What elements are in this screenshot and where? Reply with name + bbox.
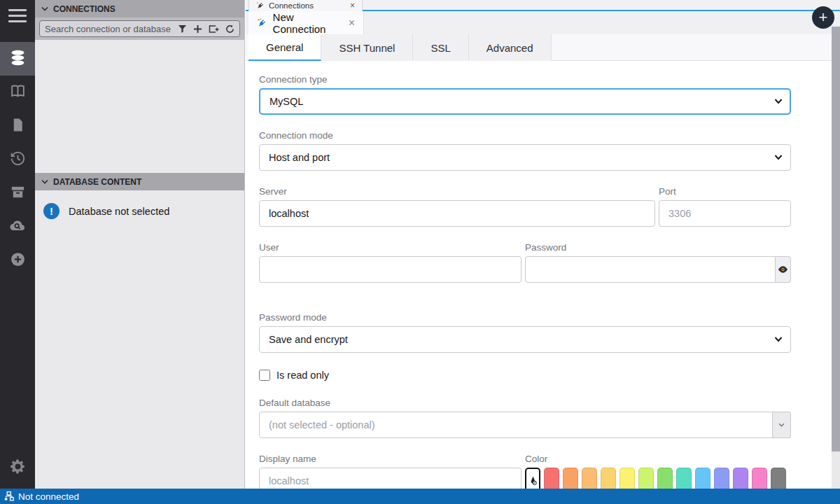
disconnected-icon [4, 491, 14, 501]
tab-ssh-tunnel-label: SSH Tunnel [339, 42, 395, 54]
gear-icon [9, 458, 27, 478]
status-bar: Not connected [0, 489, 840, 504]
editor-tab-bar: New Connection × [246, 11, 840, 34]
color-label: Color [525, 454, 791, 464]
connections-panel-header[interactable]: CONNECTIONS [35, 0, 244, 18]
default-database-label: Default database [259, 398, 791, 408]
file-icon [10, 117, 26, 136]
activity-bar [0, 0, 35, 489]
connections-search-row: Search connection or database [35, 18, 244, 40]
history-icon [9, 150, 27, 170]
status-text: Not connected [18, 491, 79, 502]
user-password-row: User Password [259, 242, 791, 283]
user-input[interactable] [259, 256, 522, 283]
password-input[interactable] [525, 256, 776, 283]
hamburger-menu-button[interactable] [0, 0, 35, 31]
tab-connections-label: Connections [269, 1, 314, 10]
sidebar-item-add[interactable] [0, 244, 35, 277]
refresh-icon[interactable] [225, 24, 234, 34]
search-placeholder: Search connection or database [45, 24, 172, 34]
database-content-panel-header[interactable]: DATABASE CONTENT [35, 173, 244, 190]
info-icon: ! [43, 203, 59, 219]
no-color-icon [528, 475, 538, 486]
tab-ssh-tunnel[interactable]: SSH Tunnel [321, 34, 413, 61]
default-database-input[interactable] [259, 412, 773, 438]
tab-new-connection-label: New Connection [273, 11, 343, 35]
server-label: Server [259, 186, 655, 197]
password-mode-select[interactable]: Save and encrypt [259, 326, 791, 353]
tab-advanced-label: Advanced [486, 42, 533, 54]
connection-mode-select[interactable]: Host and port [259, 144, 791, 171]
sidebar-item-history[interactable] [0, 143, 35, 176]
sidebar-item-catalog[interactable] [0, 76, 35, 109]
plug-icon [257, 18, 267, 29]
port-label: Port [659, 186, 791, 197]
tab-advanced[interactable]: Advanced [469, 34, 552, 61]
sidebar-item-cloud-search[interactable] [0, 210, 35, 244]
connections-panel-title: CONNECTIONS [53, 4, 115, 14]
close-icon[interactable]: × [349, 17, 355, 29]
main-area: Connections × New Connection × General S… [246, 0, 840, 489]
left-panel: CONNECTIONS Search connection or databas… [35, 0, 245, 489]
user-label: User [259, 242, 522, 253]
connection-form: Connection type MySQL Connection mode Ho… [259, 74, 791, 494]
open-book-icon [9, 83, 27, 103]
tab-general[interactable]: General [248, 34, 321, 61]
tab-ssl[interactable]: SSL [413, 34, 468, 61]
password-mode-field: Password mode Save and encrypt [259, 312, 791, 353]
connection-mode-label: Connection mode [259, 130, 791, 141]
plug-icon [256, 1, 265, 10]
password-mode-label: Password mode [259, 312, 791, 323]
sidebar-item-archive[interactable] [0, 176, 35, 210]
vertical-scrollbar[interactable] [832, 27, 840, 489]
password-label: Password [525, 242, 791, 253]
connection-search-input[interactable]: Search connection or database [39, 20, 240, 37]
cloud-search-icon [8, 216, 27, 237]
chevron-down-icon [41, 6, 48, 12]
database-icon [9, 49, 27, 69]
tab-general-label: General [266, 41, 303, 53]
sidebar-item-files[interactable] [0, 109, 35, 143]
tab-connections[interactable]: Connections × [248, 0, 363, 11]
port-input[interactable] [659, 200, 791, 227]
filter-icon[interactable] [178, 24, 187, 34]
default-database-dropdown-button[interactable] [773, 412, 791, 438]
database-content-panel-title: DATABASE CONTENT [53, 177, 141, 187]
tab-new-connection[interactable]: New Connection × [248, 11, 364, 34]
chevron-down-icon [41, 179, 48, 185]
tab-ssl-label: SSL [430, 42, 450, 54]
read-only-label[interactable]: Is read only [276, 370, 329, 381]
connection-type-select[interactable]: MySQL [259, 88, 791, 115]
settings-button[interactable] [0, 451, 35, 484]
default-database-field: Default database [259, 398, 791, 438]
read-only-checkbox[interactable] [259, 370, 270, 381]
empty-message-text: Database not selected [69, 206, 169, 217]
eye-icon [778, 265, 788, 274]
form-tab-bar: General SSH Tunnel SSL Advanced [246, 34, 840, 61]
chevron-down-icon [778, 423, 785, 428]
new-folder-icon[interactable] [209, 24, 219, 34]
database-not-selected-message: ! Database not selected [43, 203, 169, 219]
close-icon[interactable]: × [350, 1, 355, 10]
app-window: CONNECTIONS Search connection or databas… [0, 0, 840, 504]
server-input[interactable] [259, 200, 655, 227]
read-only-field: Is read only [259, 370, 791, 381]
app-tab-bar: Connections × [246, 0, 840, 11]
archive-icon [10, 184, 26, 203]
show-password-button[interactable] [776, 256, 791, 283]
scrollbar-thumb[interactable] [832, 27, 840, 451]
connection-type-label: Connection type [259, 74, 791, 85]
server-port-row: Server Port [259, 186, 791, 227]
connection-type-field: Connection type MySQL [259, 74, 791, 115]
sidebar-item-connections[interactable] [0, 42, 35, 76]
connection-mode-field: Connection mode Host and port [259, 130, 791, 171]
add-connection-icon[interactable] [193, 24, 202, 34]
add-connection-fab[interactable]: + [812, 6, 834, 29]
display-name-label: Display name [259, 454, 522, 464]
plus-circle-icon [9, 251, 27, 271]
